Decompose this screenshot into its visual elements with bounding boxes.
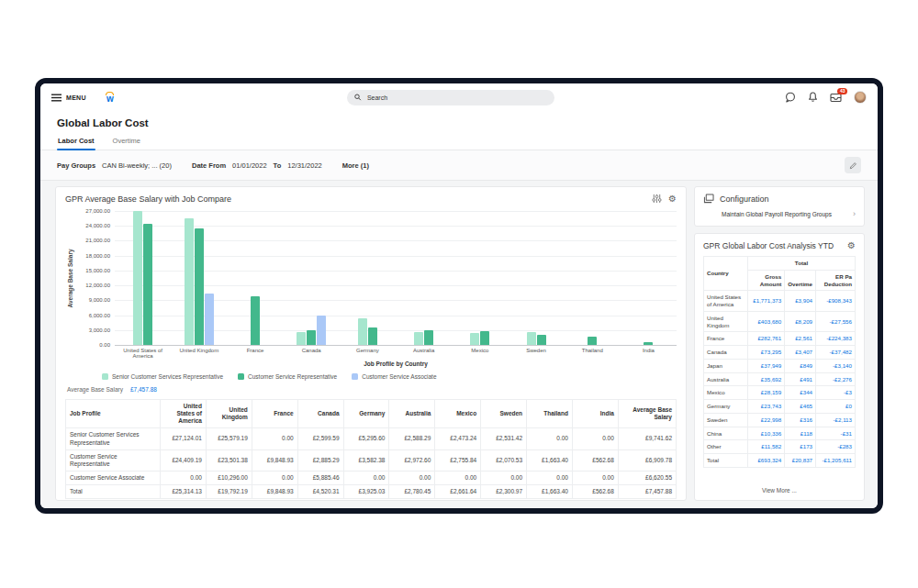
bar[interactable] <box>527 332 536 345</box>
ytd-cell[interactable]: -£31 <box>816 427 856 440</box>
table-cell[interactable]: £2,300.97 <box>481 485 527 499</box>
search-input[interactable] <box>367 94 548 101</box>
bar[interactable] <box>143 224 152 345</box>
pay-groups-value[interactable]: CAN Bi-weekly; ... (20) <box>102 161 172 170</box>
bar[interactable] <box>358 318 367 345</box>
table-cell[interactable]: £2,473.24 <box>435 428 481 449</box>
row-label[interactable]: Senior Customer Services Representative <box>66 428 161 449</box>
ytd-cell[interactable]: £849 <box>785 359 816 372</box>
bar[interactable] <box>368 327 377 345</box>
table-cell[interactable]: £5,295.60 <box>343 428 389 449</box>
average-base-salary-value[interactable]: £7,457.88 <box>130 386 157 393</box>
bar[interactable] <box>414 332 423 345</box>
ytd-cell[interactable]: £22,998 <box>748 413 785 427</box>
bar[interactable] <box>133 211 142 345</box>
ytd-cell[interactable]: -£3 <box>816 386 856 400</box>
ytd-cell[interactable]: -£2,276 <box>816 372 856 386</box>
tab-overtime[interactable]: Overtime <box>112 132 141 150</box>
menu-button[interactable]: MENU <box>51 94 86 102</box>
bar[interactable] <box>195 228 204 345</box>
notifications-button[interactable] <box>808 92 818 103</box>
edit-filters-button[interactable] <box>845 157 861 173</box>
table-cell[interactable]: £9,848.93 <box>252 449 297 471</box>
ytd-cell[interactable]: £344 <box>785 386 816 400</box>
ytd-cell[interactable]: £491 <box>785 372 816 386</box>
table-cell[interactable]: £2,972.60 <box>389 449 435 471</box>
table-cell[interactable]: £2,755.84 <box>435 449 481 471</box>
date-from-value[interactable]: 01/01/2022 <box>232 161 267 170</box>
view-more-link[interactable]: View More ... <box>703 482 856 495</box>
ytd-row-label[interactable]: Sweden <box>704 413 748 427</box>
table-cell[interactable]: £7,457.88 <box>618 485 676 499</box>
ytd-cell[interactable]: £11,582 <box>748 440 785 454</box>
ytd-cell[interactable]: -£37,482 <box>816 346 856 360</box>
ytd-cell[interactable]: £3,407 <box>785 346 816 360</box>
table-cell[interactable]: £2,885.29 <box>297 449 343 471</box>
ytd-cell[interactable]: -£283 <box>816 440 856 454</box>
table-cell[interactable]: £27,124.01 <box>161 428 207 449</box>
ytd-cell[interactable]: £173 <box>785 440 816 454</box>
table-cell[interactable]: £4,520.31 <box>297 485 343 499</box>
ytd-cell[interactable]: £3,904 <box>785 291 816 312</box>
ytd-row-label[interactable]: United States of America <box>704 291 748 312</box>
ytd-cell[interactable]: £10,336 <box>748 427 785 440</box>
bar[interactable] <box>470 333 479 345</box>
ytd-cell[interactable]: £403,680 <box>748 311 785 332</box>
ytd-settings-gear-icon[interactable]: ⚙ <box>847 241 856 250</box>
ytd-cell[interactable]: £2,561 <box>785 332 816 346</box>
tab-labor-cost[interactable]: Labor Cost <box>57 132 95 150</box>
bar[interactable] <box>644 342 653 345</box>
table-cell[interactable]: £25,579.19 <box>206 428 252 449</box>
search-bar[interactable] <box>347 90 554 105</box>
to-value[interactable]: 12/31/2022 <box>287 161 322 170</box>
maintain-reporting-groups-link[interactable]: Maintain Global Payroll Reporting Groups… <box>703 210 856 218</box>
table-cell[interactable]: £5,885.46 <box>297 471 343 484</box>
ytd-cell[interactable]: £465 <box>785 400 816 414</box>
table-cell[interactable]: £2,531.42 <box>481 428 527 449</box>
bar[interactable] <box>307 330 316 345</box>
ytd-row-label[interactable]: United Kingdom <box>704 311 748 332</box>
table-cell[interactable]: £2,588.29 <box>389 428 435 449</box>
ytd-cell[interactable]: £28,159 <box>748 386 785 400</box>
ytd-row-label[interactable]: Australia <box>704 372 748 386</box>
ytd-cell[interactable]: £73,295 <box>748 346 785 360</box>
ytd-row-label[interactable]: Mexico <box>704 386 748 400</box>
table-cell[interactable]: £2,780.45 <box>389 485 435 499</box>
ytd-cell[interactable]: -£3,140 <box>816 359 856 372</box>
table-cell[interactable]: £2,599.59 <box>297 428 343 449</box>
table-cell[interactable]: £2,661.64 <box>435 485 481 499</box>
ytd-row-label[interactable]: China <box>704 427 748 440</box>
table-cell[interactable]: £3,925.03 <box>343 485 389 499</box>
ytd-cell[interactable]: £8,209 <box>785 311 816 332</box>
ytd-row-label[interactable]: Germany <box>704 400 748 414</box>
bar[interactable] <box>185 218 194 345</box>
table-cell[interactable]: £10,296.00 <box>206 471 252 484</box>
ytd-cell[interactable]: £37,949 <box>748 359 785 372</box>
row-label[interactable]: Customer Service Associate <box>66 471 161 484</box>
table-cell[interactable]: £6,620.55 <box>618 471 676 484</box>
ytd-row-label[interactable]: Canada <box>704 346 748 360</box>
ytd-cell[interactable]: £1,771,373 <box>748 291 785 312</box>
ytd-row-label[interactable]: Japan <box>704 359 748 372</box>
ytd-cell[interactable]: £20,837 <box>785 454 816 468</box>
chart-settings-gear-icon[interactable]: ⚙ <box>668 194 677 204</box>
ytd-cell[interactable]: -£224,383 <box>816 332 856 346</box>
ytd-cell[interactable]: £23,743 <box>748 400 785 414</box>
ytd-cell[interactable]: £282,761 <box>748 332 785 346</box>
table-cell[interactable]: £1,663.40 <box>527 485 573 499</box>
avatar[interactable] <box>854 91 867 104</box>
ytd-row-label[interactable]: France <box>704 332 748 346</box>
bar[interactable] <box>588 337 597 345</box>
table-cell[interactable]: £19,792.19 <box>206 485 252 499</box>
ytd-cell[interactable]: -£2,113 <box>816 413 856 427</box>
table-cell[interactable]: £562.68 <box>572 449 618 471</box>
table-cell[interactable]: £562.68 <box>572 485 618 499</box>
ytd-cell[interactable]: -£1,205,611 <box>816 454 856 468</box>
chat-button[interactable] <box>785 92 796 103</box>
ytd-cell[interactable]: £316 <box>785 413 816 427</box>
table-cell[interactable]: £6,909.78 <box>618 449 676 471</box>
bar[interactable] <box>297 332 306 345</box>
bar[interactable] <box>317 316 326 345</box>
table-cell[interactable]: £1,663.40 <box>527 449 573 471</box>
table-cell[interactable]: £3,582.38 <box>343 449 389 471</box>
